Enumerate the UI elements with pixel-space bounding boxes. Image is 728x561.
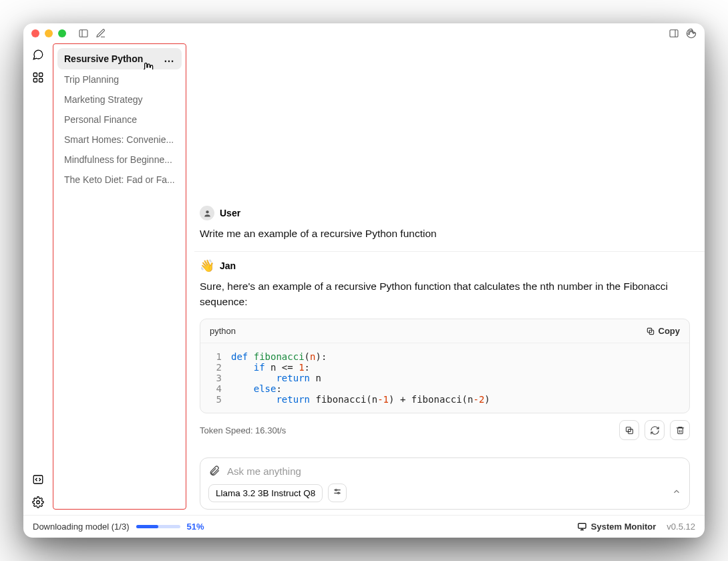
thread-title: Trip Planning [64, 74, 119, 85]
attach-icon[interactable] [208, 465, 220, 477]
svg-rect-19 [677, 427, 683, 433]
system-monitor-button[interactable]: System Monitor [577, 522, 657, 532]
thread-title: The Keto Diet: Fad or Fa... [64, 174, 175, 185]
svg-point-14 [206, 210, 208, 213]
jan-avatar-icon: 👋 [200, 258, 214, 273]
code-block: python Copy 1def fibonacci(n): 2 if n <=… [200, 319, 690, 413]
code-body: 1def fibonacci(n): 2 if n <= 1: 3 return… [200, 343, 689, 413]
copy-message-button[interactable] [619, 420, 639, 440]
threads-sidebar: Resursive Python … Trip Planning Marketi… [53, 43, 186, 510]
settings-nav-icon[interactable] [32, 496, 44, 508]
download-percent: 51% [187, 522, 204, 532]
system-monitor-label: System Monitor [591, 522, 657, 532]
svg-point-13 [37, 501, 40, 504]
regenerate-button[interactable] [645, 420, 665, 440]
svg-rect-12 [33, 476, 43, 484]
copy-label: Copy [659, 326, 681, 336]
version-label: v0.5.12 [667, 522, 695, 532]
thread-item[interactable]: Resursive Python … [57, 48, 182, 69]
hub-nav-icon[interactable] [32, 71, 44, 83]
maximize-window-button[interactable] [58, 29, 66, 37]
svg-point-6 [689, 31, 691, 33]
theme-icon[interactable] [686, 28, 697, 39]
copy-code-button[interactable]: Copy [646, 326, 681, 336]
toggle-sidebar-icon[interactable] [78, 28, 89, 39]
svg-rect-10 [33, 79, 37, 82]
svg-rect-2 [670, 30, 678, 37]
user-message: User Write me an example of a recursive … [194, 199, 705, 251]
expand-composer-icon[interactable] [672, 487, 681, 499]
svg-point-25 [338, 492, 339, 494]
svg-point-7 [688, 33, 690, 35]
composer: Ask me anything Llama 3.2 3B Instruct Q8 [200, 457, 690, 510]
app-window: Resursive Python … Trip Planning Marketi… [23, 23, 705, 538]
thread-item[interactable]: Mindfulness for Beginne... [57, 150, 182, 170]
new-chat-icon[interactable] [96, 28, 106, 39]
titlebar [23, 23, 705, 43]
download-status-label: Downloading model (1/3) [33, 522, 130, 532]
local-api-icon[interactable] [32, 474, 44, 486]
close-window-button[interactable] [31, 29, 39, 37]
compose-input[interactable]: Ask me anything [227, 465, 681, 477]
model-selector[interactable]: Llama 3.2 3B Instruct Q8 [208, 484, 323, 502]
token-speed-label: Token Speed: 16.30t/s [200, 425, 286, 435]
delete-message-button[interactable] [670, 420, 690, 440]
thread-title: Marketing Strategy [64, 94, 143, 105]
message-text: Write me an example of a recursive Pytho… [200, 226, 690, 241]
model-settings-button[interactable] [328, 484, 347, 502]
thread-menu-icon[interactable]: … [164, 53, 175, 65]
status-bar: Downloading model (1/3) 51% System Monit… [23, 515, 705, 538]
thread-item[interactable]: Personal Finance [57, 110, 182, 130]
thread-title: Personal Finance [64, 114, 137, 125]
svg-rect-0 [79, 30, 87, 37]
thread-item[interactable]: Marketing Strategy [57, 89, 182, 110]
chat-panel: User Write me an example of a recursive … [186, 43, 705, 515]
svg-point-23 [335, 490, 337, 491]
thread-item[interactable]: The Keto Diet: Fad or Fa... [57, 170, 182, 190]
thread-title: Resursive Python [64, 53, 143, 64]
window-controls [31, 29, 66, 37]
chat-nav-icon[interactable] [32, 49, 44, 61]
svg-rect-9 [39, 73, 43, 76]
thread-title: Smart Homes: Convenie... [64, 134, 174, 145]
message-text: Sure, here's an example of a recursive P… [200, 278, 690, 310]
minimize-window-button[interactable] [45, 29, 53, 37]
toggle-right-panel-icon[interactable] [669, 28, 679, 39]
svg-rect-11 [39, 79, 43, 82]
nav-rail [23, 43, 53, 515]
svg-rect-26 [578, 524, 586, 529]
thread-item[interactable]: Smart Homes: Convenie... [57, 130, 182, 150]
thread-title: Mindfulness for Beginne... [64, 154, 172, 165]
sender-label: User [220, 208, 240, 218]
svg-rect-8 [33, 73, 37, 76]
assistant-message: 👋 Jan Sure, here's an example of a recur… [194, 252, 705, 450]
thread-item[interactable]: Trip Planning [57, 69, 182, 89]
download-progress-bar [136, 525, 180, 528]
sender-label: Jan [220, 260, 236, 271]
code-language-label: python [210, 326, 236, 336]
user-avatar-icon [200, 206, 214, 220]
